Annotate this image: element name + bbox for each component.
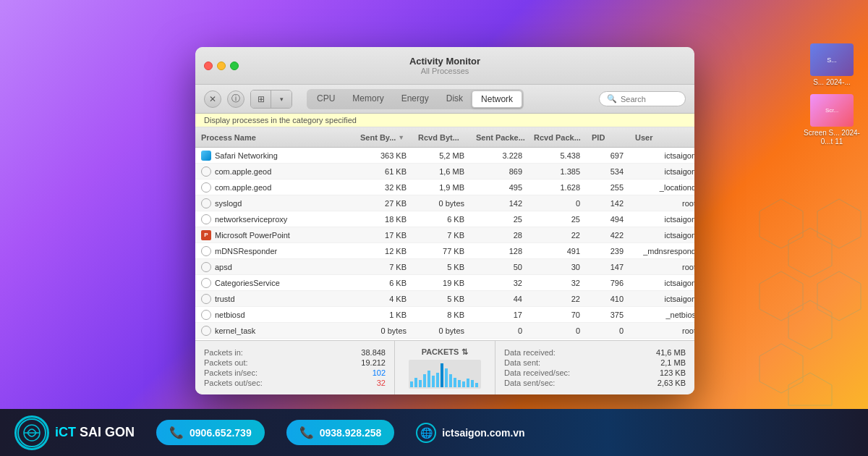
website-url: ictsaigon.com.vn <box>442 427 524 439</box>
maximize-button[interactable] <box>230 62 239 70</box>
table-row[interactable]: syslogd27 KB0 bytes1420142root <box>195 195 694 211</box>
table-cell: 5.438 <box>528 151 586 160</box>
table-row[interactable]: CategoriesService6 KB19 KB3232796ictsaig… <box>195 275 694 291</box>
tab-disk[interactable]: Disk <box>438 90 472 108</box>
minimize-button[interactable] <box>217 62 226 70</box>
table-cell: ictsaigon <box>629 295 694 303</box>
stats-center: PACKETS ⇅ <box>394 341 495 394</box>
website-contact[interactable]: 🌐 ictsaigon.com.vn <box>416 423 524 443</box>
process-name-cell: kernel_task <box>195 326 354 336</box>
svg-rect-9 <box>410 381 413 387</box>
desktop-icon-1: S... S... 2024-... <box>803 43 861 87</box>
th-rcvd-packets[interactable]: Rcvd Pack... <box>528 133 586 142</box>
tab-energy[interactable]: Energy <box>393 90 438 108</box>
table-cell: ictsaigon <box>629 151 694 160</box>
table-cell: root <box>629 326 694 335</box>
table-cell: 5 KB <box>412 295 470 303</box>
process-name-text: mDNSResponder <box>215 247 277 256</box>
table-cell: 4 KB <box>354 295 412 303</box>
svg-marker-4 <box>788 300 832 350</box>
process-name-cell: PMicrosoft PowerPoint <box>195 230 354 240</box>
table-cell: 7 KB <box>354 263 412 271</box>
process-name-cell: com.apple.geod <box>195 182 354 193</box>
th-sent-packets[interactable]: Sent Packe... <box>470 133 528 142</box>
table-row[interactable]: mDNSResponder12 KB77 KB128491239_mdnsres… <box>195 243 694 259</box>
data-rcvd-value: 41,6 MB <box>656 348 686 357</box>
table-row[interactable]: trustd4 KB5 KB4422410ictsaigon <box>195 291 694 307</box>
svg-rect-18 <box>449 374 452 387</box>
view-btn-right[interactable]: ▾ <box>271 90 292 108</box>
th-process[interactable]: Process Name <box>195 133 354 142</box>
table-cell: 61 KB <box>354 167 412 176</box>
desktop-icons-area: S... S... 2024-... Scr... Screen S... 20… <box>803 43 861 146</box>
data-sent-sec-label: Data sent/sec: <box>504 379 555 387</box>
tab-memory[interactable]: Memory <box>344 90 392 108</box>
search-input[interactable] <box>621 95 678 104</box>
view-btn-group: ⊞ ▾ <box>250 90 292 109</box>
tab-network[interactable]: Network <box>472 90 522 108</box>
desktop-icon-label-2: Screen S... 2024-0...t 11 <box>803 129 861 146</box>
table-cell: 12 KB <box>354 247 412 256</box>
table-cell: 1,9 MB <box>412 183 470 192</box>
table-row[interactable]: PMicrosoft PowerPoint17 KB7 KB2822422ict… <box>195 227 694 243</box>
table-cell: 32 <box>528 279 586 287</box>
th-sent-bytes[interactable]: Sent By... ▼ <box>354 133 412 142</box>
info-toolbar-btn[interactable]: ⓘ <box>227 90 244 108</box>
table-row[interactable]: apsd7 KB5 KB5030147root <box>195 259 694 275</box>
svg-marker-0 <box>760 199 803 248</box>
tooltip-bar: Display processes in the category specif… <box>195 114 694 127</box>
svg-marker-3 <box>760 271 803 321</box>
svg-marker-6 <box>760 344 803 393</box>
table-row[interactable]: kernel_task0 bytes0 bytes000root <box>195 323 694 339</box>
process-name-cell: com.apple.geod <box>195 166 354 177</box>
search-box[interactable]: 🔍 <box>599 91 686 106</box>
process-name-text: netbiosd <box>215 311 245 319</box>
tab-cpu[interactable]: CPU <box>308 90 344 108</box>
th-pid[interactable]: PID <box>586 133 629 142</box>
svg-marker-5 <box>817 271 861 321</box>
process-icon-default <box>201 278 211 288</box>
process-name-cell: apsd <box>195 262 354 272</box>
desktop-icon-thumb-1: S... <box>810 43 854 76</box>
th-user[interactable]: User <box>629 133 694 142</box>
table-row[interactable]: netbiosd1 KB8 KB1770375_netbios <box>195 307 694 323</box>
svg-rect-14 <box>432 376 435 387</box>
process-name-text: kernel_task <box>215 326 255 335</box>
table-cell: 3.228 <box>470 151 528 160</box>
svg-rect-23 <box>471 380 474 387</box>
table-row[interactable]: networkserviceproxy18 KB6 KB2525494ictsa… <box>195 211 694 227</box>
svg-point-25 <box>24 425 40 441</box>
packets-out-value: 19.212 <box>361 358 386 367</box>
data-sent-label: Data sent: <box>504 358 540 367</box>
table-cell: 255 <box>586 183 629 192</box>
data-rcvd-sec-label: Data received/sec: <box>504 368 570 377</box>
search-icon: 🔍 <box>607 94 617 104</box>
close-button[interactable] <box>204 62 213 70</box>
table-row[interactable]: com.apple.geod61 KB1,6 MB8691.385534icts… <box>195 164 694 180</box>
close-toolbar-btn[interactable]: ✕ <box>204 90 221 108</box>
process-icon-default <box>201 262 211 272</box>
process-name-cell: netbiosd <box>195 310 354 320</box>
view-btn-left[interactable]: ⊞ <box>251 90 271 108</box>
table-cell: 22 <box>528 295 586 303</box>
process-icon-default <box>201 246 211 256</box>
table-cell: 19 KB <box>412 279 470 287</box>
process-name-text: Safari Networking <box>215 151 278 160</box>
phone1-number: 0906.652.739 <box>190 427 252 439</box>
phone2-contact[interactable]: 📞 0938.928.258 <box>286 420 395 445</box>
svg-rect-12 <box>423 374 426 387</box>
table-row[interactable]: com.apple.geod32 KB1,9 MB4951.628255_loc… <box>195 180 694 195</box>
process-icon-default <box>201 182 211 193</box>
packets-out-label: Packets out: <box>204 358 248 367</box>
table-cell: 491 <box>528 247 586 256</box>
process-name-text: CategoriesService <box>215 279 280 287</box>
table-row[interactable]: Safari Networking363 KB5,2 MB3.2285.4386… <box>195 148 694 164</box>
data-rcvd-label: Data received: <box>504 348 556 357</box>
table-cell: 5 KB <box>412 263 470 271</box>
table-cell: 0 <box>586 326 629 335</box>
table-cell: 6 KB <box>354 279 412 287</box>
hex-decoration <box>752 192 868 409</box>
packets-out-sec-row: Packets out/sec: 32 <box>204 379 386 387</box>
phone1-contact[interactable]: 📞 0906.652.739 <box>156 420 265 445</box>
th-rcvd-bytes[interactable]: Rcvd Byt... <box>412 133 470 142</box>
